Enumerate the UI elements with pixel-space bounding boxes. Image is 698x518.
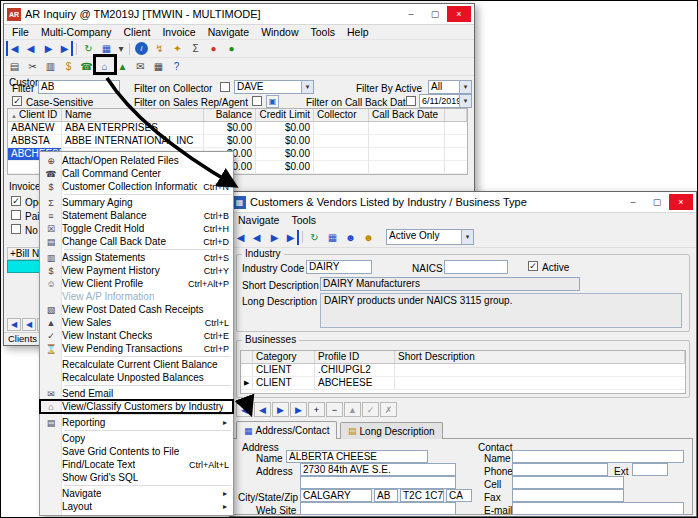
prev-record-icon[interactable]: ◀ (22, 318, 36, 331)
ext-input[interactable] (632, 463, 668, 476)
cell-balance[interactable]: $0.00 (204, 122, 256, 135)
address-name-input[interactable]: ALBERTA CHEESE (286, 450, 428, 463)
close-button[interactable]: × (447, 6, 471, 22)
stop-icon[interactable]: ● (205, 41, 222, 56)
menu-item-navigate[interactable]: Navigate▸ (40, 487, 233, 500)
zip-input[interactable]: T2C 1C7 (400, 489, 444, 502)
menu-invoice[interactable]: Invoice (156, 26, 201, 38)
grid-view-dropdown-icon[interactable]: ▾ (116, 41, 126, 56)
next-record-icon[interactable]: ▶ (272, 402, 289, 417)
sum-icon[interactable]: Σ (187, 41, 204, 56)
close-button[interactable]: × (669, 194, 693, 210)
cell-short-description[interactable] (395, 377, 685, 390)
grid-view-icon[interactable]: ▦ (324, 230, 341, 245)
delete-record-icon[interactable]: − (326, 402, 343, 417)
print-icon[interactable]: ▦ (150, 59, 167, 74)
next-record-icon[interactable]: ▶ (40, 41, 57, 56)
maximize-button[interactable]: ▢ (423, 6, 447, 22)
callback-checkbox[interactable] (406, 96, 416, 106)
dropdown-arrow-icon[interactable]: ▾ (459, 95, 471, 107)
column-callback-date[interactable]: Call Back Date (369, 109, 445, 122)
email-input[interactable] (512, 502, 684, 515)
website-input[interactable] (300, 502, 456, 515)
clipboard-icon[interactable]: ▥ (42, 59, 59, 74)
edit-record-icon[interactable]: ▲ (344, 402, 361, 417)
fax-input[interactable] (512, 489, 624, 502)
callback-date-combobox[interactable]: 6/11/2019 ▾ (419, 94, 472, 108)
column-profile-id[interactable]: Profile ID (315, 351, 395, 364)
naics-input[interactable] (444, 260, 508, 274)
active-filter-combobox[interactable]: All ▾ (428, 80, 472, 94)
menu-item-customer-collection-information[interactable]: $Customer Collection InformationCtrl+N (40, 180, 233, 193)
filter-on-collector-checkbox[interactable] (220, 82, 230, 92)
cell-name[interactable]: ABBE INTERNATIONAL INC (62, 135, 204, 148)
menu-help[interactable]: Help (341, 26, 375, 38)
menu-item-toggle-credit-hold[interactable]: ☒Toggle Credit HoldCtrl+H (40, 222, 233, 235)
menu-item-recalculate-unposted-balances[interactable]: Recalculate Unposted Balances (40, 371, 233, 384)
menu-navigate[interactable]: Navigate (202, 26, 255, 38)
menu-item-attach-open-related-files[interactable]: ⊕Attach/Open Related Files (40, 154, 233, 167)
menu-item-summary-aging[interactable]: ΣSummary Aging (40, 196, 233, 209)
cell-category[interactable]: CLIENT (253, 377, 315, 390)
menu-tools[interactable]: Tools (304, 26, 341, 38)
menu-item-statement-balance[interactable]: ≡Statement BalanceCtrl+B (40, 209, 233, 222)
maximize-button[interactable]: ▢ (645, 194, 669, 210)
no-only-checkbox[interactable] (11, 224, 21, 234)
first-record-icon[interactable]: ◀ (236, 402, 253, 417)
active-only-combobox[interactable]: Active Only ▾ (386, 229, 474, 245)
cell-profile-id[interactable]: .CHIUPGL2 (315, 364, 395, 377)
long-description-memo[interactable]: DAIRY products under NAICS 3115 group. (320, 293, 682, 328)
sales-rep-lookup-icon[interactable]: ▣ (266, 95, 279, 108)
cell-callback[interactable] (369, 161, 445, 174)
menu-item-save-grid-contents-to-file[interactable]: Save Grid Contents to File (40, 445, 233, 458)
menu-item-view-classify-customers-by-industry[interactable]: ⌂View/Classify Customers by Industry (40, 400, 233, 413)
prev-record-icon[interactable]: ◀ (254, 402, 271, 417)
menu-item-view-pending-transactions[interactable]: ⌛View Pending TransactionsCtrl+P (40, 342, 233, 355)
cell-collector[interactable] (314, 122, 369, 135)
client-user-icon[interactable]: ☻ (342, 230, 359, 245)
insert-record-icon[interactable]: + (308, 402, 325, 417)
cell-collector[interactable] (314, 148, 369, 161)
cell-credit-limit[interactable]: $0.00 (256, 135, 314, 148)
menu-navigate[interactable]: Navigate (232, 214, 285, 226)
cell-balance[interactable]: $0.00 (204, 135, 256, 148)
table-row-selected[interactable]: ▶ CLIENT ABCHEESE (241, 377, 685, 390)
cell-profile-id[interactable]: ABCHEESE (315, 377, 395, 390)
vendor-user-icon[interactable]: ☻ (360, 230, 377, 245)
table-row[interactable]: ABANEW ABA ENTERPRISES $0.00 $0.00 (8, 122, 467, 135)
column-name[interactable]: Name (62, 109, 204, 122)
email-icon[interactable]: ✉ (132, 59, 149, 74)
prev-record-icon[interactable]: ◀ (248, 230, 265, 245)
cell-name[interactable]: ABA ENTERPRISES (62, 122, 204, 135)
minimize-button[interactable]: – (621, 194, 645, 210)
last-record-icon[interactable]: ▶ (290, 402, 307, 417)
dropdown-arrow-icon[interactable]: ▾ (301, 81, 313, 93)
menu-item-recalculate-current-client-balance[interactable]: Recalculate Current Client Balance (40, 358, 233, 371)
cell-input[interactable] (512, 476, 624, 489)
state-input[interactable]: AB (374, 489, 398, 502)
column-short-description[interactable]: Short Description (395, 351, 685, 364)
first-record-icon[interactable]: ◀ (232, 230, 247, 245)
cell-credit-limit[interactable]: $0.00 (256, 161, 314, 174)
first-record-icon[interactable]: ◀ (7, 318, 21, 331)
menu-item-reporting[interactable]: ▤Reporting▸ (40, 416, 233, 429)
help-icon[interactable]: ? (168, 59, 185, 74)
contact-name-input[interactable] (512, 450, 684, 463)
country-input[interactable]: CA (446, 489, 472, 502)
first-record-icon[interactable]: ◀ (6, 41, 21, 56)
table-row[interactable]: CLIENT .CHIUPGL2 (241, 364, 685, 377)
menu-item-view-instant-checks[interactable]: ✓View Instant ChecksCtrl+E (40, 329, 233, 342)
cell-callback[interactable] (369, 135, 445, 148)
column-credit-limit[interactable]: Credit Limit (256, 109, 314, 122)
minimize-button[interactable]: – (399, 6, 423, 22)
menu-item-view-sales[interactable]: ▲View SalesCtrl+L (40, 316, 233, 329)
ar-title-bar[interactable]: AR AR Inquiry @ TM2019J [TMWIN - MULTIMO… (4, 4, 474, 25)
cell-collector[interactable] (314, 135, 369, 148)
menu-item-change-call-back-date[interactable]: ▤Change Call Back DateCtrl+D (40, 235, 233, 248)
menu-tools[interactable]: Tools (285, 214, 322, 226)
menu-multi-company[interactable]: Multi-Company (35, 26, 118, 38)
cancel-edit-icon[interactable]: ✗ (380, 402, 397, 417)
paid-items-checkbox[interactable] (11, 210, 21, 220)
cell-short-description[interactable] (395, 364, 685, 377)
cell-client-id[interactable]: ABBSTA (8, 135, 62, 148)
